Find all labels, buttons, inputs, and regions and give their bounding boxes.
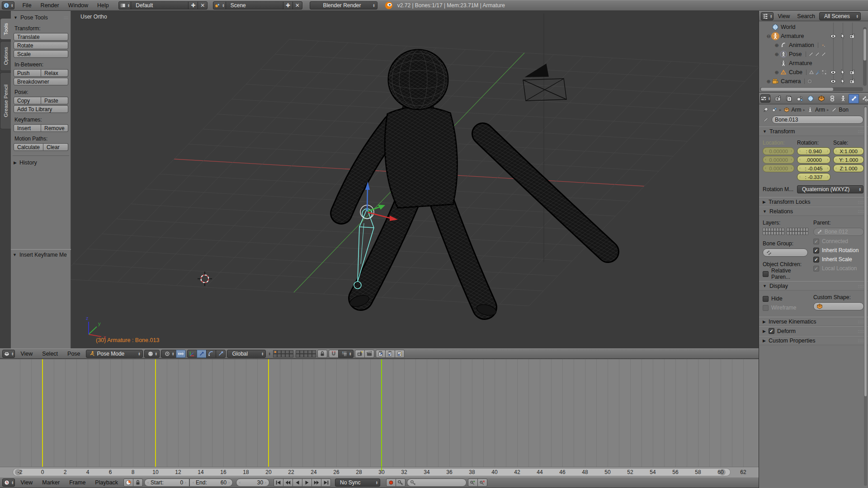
menu-file[interactable]: File <box>18 2 35 9</box>
menu-view[interactable]: View <box>16 351 37 357</box>
panel-grip-icon[interactable]: :::: <box>858 319 864 324</box>
scene-browse-button[interactable]: ▲▼ <box>213 1 226 9</box>
keyframe-marker[interactable] <box>42 359 43 467</box>
menu-playback[interactable]: Playback <box>91 479 122 486</box>
outliner-item-armature[interactable]: ⊖Armature <box>759 32 868 41</box>
copy-button[interactable]: Copy <box>14 97 41 104</box>
layer-cell[interactable] <box>782 231 784 235</box>
rotation-w-field[interactable]: ‹: 0.940› <box>797 147 830 155</box>
play-button[interactable] <box>302 479 312 487</box>
properties-tab-bone-constraint-icon[interactable] <box>859 94 868 103</box>
previous-keyframe-button[interactable] <box>283 479 293 487</box>
layer-cell[interactable] <box>308 350 312 354</box>
paste-pose-button[interactable] <box>385 350 395 358</box>
increment-icon[interactable]: › <box>228 480 230 485</box>
preview-range-button[interactable] <box>123 479 133 487</box>
panel-grip-icon[interactable]: :::: <box>858 329 864 333</box>
rotation-x-field[interactable]: ‹.00000› <box>797 156 830 164</box>
current-frame-marker[interactable] <box>381 359 382 467</box>
parent-field[interactable]: Bone.012 <box>813 228 864 236</box>
bone-name-field[interactable]: Bone.013 <box>772 116 863 124</box>
vscrollbar-handle[interactable] <box>863 29 866 61</box>
custom-shape-field[interactable] <box>813 302 864 310</box>
bone-group-field[interactable] <box>763 249 808 257</box>
manipulator-toggle-button[interactable] <box>176 350 186 358</box>
layer-cell[interactable] <box>277 354 281 357</box>
collapse-icon[interactable]: ⊖ <box>765 33 772 39</box>
viewport-layer-block[interactable] <box>296 350 316 357</box>
timeline-body[interactable] <box>0 359 759 467</box>
rotation-mode-select[interactable]: Quaternion (WXYZ) ▲▼ <box>797 185 863 193</box>
insert-button[interactable]: Insert <box>14 124 41 132</box>
properties-tab-render-layers-icon[interactable] <box>783 94 794 103</box>
breadcrumb-label[interactable]: Bon <box>839 107 849 113</box>
properties-tab-constraint-icon[interactable] <box>827 94 837 103</box>
rotate-button[interactable]: Rotate <box>14 42 68 49</box>
layer-cell[interactable] <box>806 228 808 231</box>
transform-locks-panel-header[interactable]: ▶ Transform Locks :::: <box>759 197 868 206</box>
camera-restrict-icon[interactable] <box>849 78 855 84</box>
layer-cell[interactable] <box>300 354 304 357</box>
layer-cell[interactable] <box>304 350 308 354</box>
outliner-item-pose[interactable]: ⊕Pose <box>759 50 868 59</box>
render-animation-button[interactable] <box>364 350 374 358</box>
scale-y-field[interactable]: ‹Y: 1.000› <box>833 156 864 164</box>
delete-keyframe-button[interactable] <box>477 479 487 487</box>
frame-start-field[interactable]: ‹ Start:0 › <box>144 479 189 487</box>
character-mesh[interactable] <box>341 50 608 317</box>
transform-panel-header[interactable]: ▼ Transform :::: <box>759 127 868 136</box>
outliner-item-animation[interactable]: ⊕Animation <box>759 41 868 50</box>
relax-button[interactable]: Relax <box>41 69 68 77</box>
display-panel-header[interactable]: ▼ Display :::: <box>759 281 868 291</box>
manipulator-axes-button[interactable] <box>187 350 197 358</box>
layer-cell[interactable] <box>296 354 300 357</box>
render-engine-select[interactable]: Blender Render ▲▼ <box>310 1 377 9</box>
layer-cell[interactable] <box>289 350 293 354</box>
editor-type-button[interactable]: ▲▼ <box>2 350 15 358</box>
viewport-layer-block[interactable] <box>273 350 293 357</box>
hide-checkbox[interactable]: ✓ <box>763 296 769 302</box>
tab-grease-pencil[interactable]: Grease Pencil <box>0 72 11 129</box>
viewport-3d[interactable]: x y z User Ortho (30) Armature : Bone.01… <box>0 11 759 348</box>
menu-search[interactable]: Search <box>794 13 818 19</box>
keying-set-field[interactable] <box>407 479 467 487</box>
manipulator-scale-button[interactable] <box>216 350 226 358</box>
expand-icon[interactable]: ⊕ <box>774 51 780 57</box>
layer-cell[interactable] <box>281 354 285 357</box>
cursor-icon[interactable] <box>840 69 846 75</box>
mode-select[interactable]: Pose Mode ▲▼ <box>86 350 143 358</box>
layer-cell[interactable] <box>273 354 277 357</box>
next-keyframe-button[interactable] <box>311 479 321 487</box>
outliner-item-world[interactable]: World <box>759 23 868 32</box>
layer-cell[interactable] <box>304 354 308 357</box>
snap-element-select[interactable]: ▲▼ <box>338 350 354 358</box>
autokey-record-button[interactable] <box>386 479 396 487</box>
layer-cell[interactable] <box>296 350 300 354</box>
copy-pose-button[interactable] <box>376 350 386 358</box>
pin-icon[interactable] <box>763 107 769 113</box>
snap-toggle-button[interactable] <box>329 350 339 358</box>
breadcrumb-label[interactable]: Arm <box>792 107 802 113</box>
layer-cell[interactable] <box>308 354 312 357</box>
inherit-rotation-checkbox[interactable]: ✓ <box>813 248 819 253</box>
location-x-field[interactable]: ‹0.00000› <box>763 147 794 155</box>
decrement-icon[interactable]: ‹ <box>239 480 241 485</box>
timeline-ruler[interactable]: -202468101214161820222426283032343638404… <box>0 467 759 477</box>
camera-restrict-icon[interactable] <box>849 33 855 39</box>
panel-grip-icon[interactable]: :::: <box>858 209 864 214</box>
deform-panel-header[interactable]: ▶ ✓ Deform :::: <box>759 326 868 336</box>
layer-cell[interactable] <box>300 350 304 354</box>
pose-tools-panel-header[interactable]: ▼ Pose Tools :::: <box>14 14 68 22</box>
viewport-layers-grid[interactable] <box>273 350 316 357</box>
inherit-scale-checkbox[interactable]: ✓ <box>813 257 819 263</box>
add-scene-button[interactable]: ✚ <box>283 1 293 9</box>
jump-to-end-button[interactable] <box>321 479 331 487</box>
breakdowner-button[interactable]: Breakdowner <box>14 78 68 85</box>
rotation-y-field[interactable]: ‹: -0.045› <box>797 164 830 172</box>
push-button[interactable]: Push <box>14 69 41 77</box>
paste-button[interactable]: Paste <box>41 97 68 104</box>
outliner-hscrollbar[interactable] <box>760 87 863 91</box>
clear-button[interactable]: Clear <box>43 143 68 151</box>
viewport-shading-select[interactable]: ▲▼ <box>144 350 160 358</box>
layer-cell[interactable] <box>312 350 316 354</box>
